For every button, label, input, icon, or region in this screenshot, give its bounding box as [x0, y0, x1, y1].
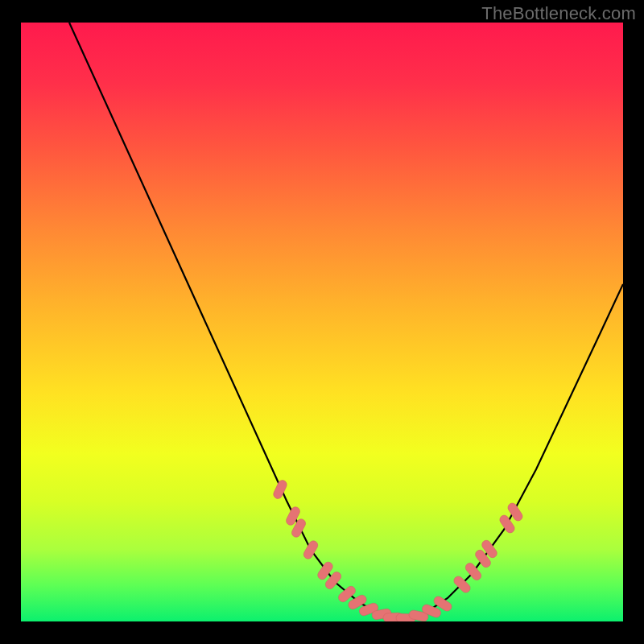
- curve-svg: [21, 23, 623, 621]
- curve-right-branch: [399, 284, 623, 618]
- plot-area: [21, 23, 623, 621]
- curve-left-branch: [69, 23, 399, 618]
- watermark-text: TheBottleneck.com: [481, 3, 636, 24]
- bottleneck-curve: [69, 23, 623, 618]
- marker-highlight-group: [272, 479, 524, 621]
- chart-frame: TheBottleneck.com: [0, 0, 644, 644]
